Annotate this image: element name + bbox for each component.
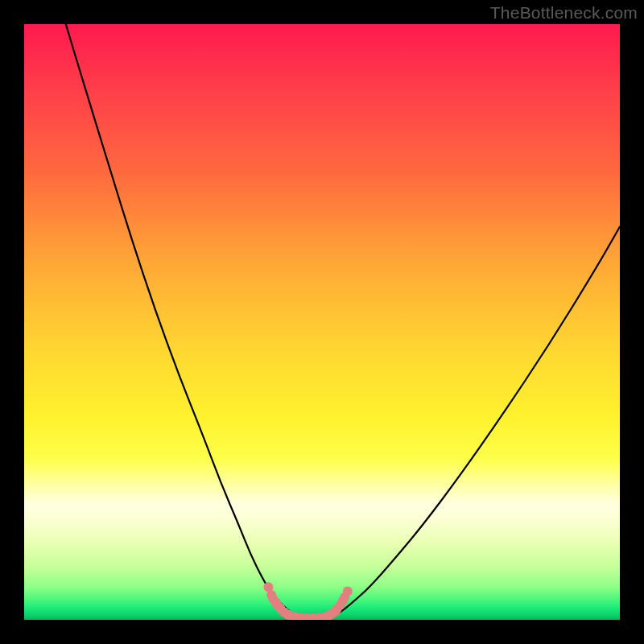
right-curve bbox=[331, 227, 620, 617]
valley-marker bbox=[263, 582, 352, 620]
left-curve bbox=[66, 24, 301, 617]
svg-point-13 bbox=[263, 582, 273, 592]
svg-point-22 bbox=[335, 601, 345, 610]
svg-point-24 bbox=[343, 586, 353, 596]
chart-frame: TheBottleneck.com bbox=[0, 0, 644, 644]
chart-curve-overlay bbox=[24, 24, 620, 620]
svg-point-18 bbox=[283, 609, 292, 619]
watermark-text: TheBottleneck.com bbox=[490, 3, 638, 23]
